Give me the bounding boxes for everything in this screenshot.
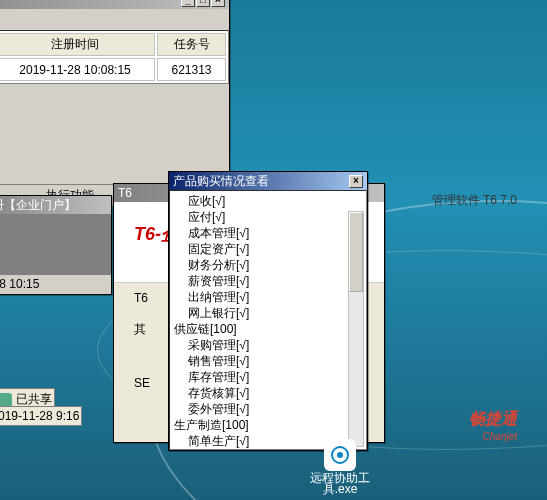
back-window-menubar[interactable]: 绍(Y) 帮助(H): [0, 9, 229, 30]
minimize-icon[interactable]: _: [181, 0, 195, 7]
back-window-titlebar[interactable]: _ □ ×: [0, 0, 229, 9]
col-regtime[interactable]: 注册时间: [0, 33, 155, 56]
scrollbar-thumb[interactable]: [349, 212, 363, 292]
col-taskno[interactable]: 任务号: [157, 33, 226, 56]
tree-item[interactable]: 销售管理[√]: [172, 353, 364, 369]
tree-scrollbar[interactable]: [348, 211, 364, 447]
tree-item[interactable]: 财务分析[√]: [172, 257, 364, 273]
cell-taskno: 621313: [157, 58, 226, 81]
table-row[interactable]: 异常 2019-11-28 10:08:15 621313: [0, 58, 226, 81]
tree-item[interactable]: 应收[√]: [172, 193, 364, 209]
tree-item[interactable]: 库存管理[√]: [172, 369, 364, 385]
cell-regtime: 2019-11-28 10:08:15: [0, 58, 155, 81]
register-status-time: 1-28 10:15: [0, 274, 111, 293]
maximize-icon[interactable]: □: [196, 0, 210, 7]
brand-sub: Chanjet: [483, 431, 517, 442]
tree-item[interactable]: 委外管理[√]: [172, 401, 364, 417]
tree-item[interactable]: 固定资产[√]: [172, 241, 364, 257]
status-table: 运行状态 注册时间 任务号 异常 2019-11-28 10:08:15 621…: [0, 30, 229, 84]
tree-item[interactable]: 薪资管理[√]: [172, 273, 364, 289]
product-title: 产品购买情况查看: [173, 173, 269, 190]
tree-item[interactable]: 生产制造[100]: [172, 417, 364, 433]
brand-name: 畅捷通: [469, 409, 517, 430]
tree-item[interactable]: 网上银行[√]: [172, 305, 364, 321]
close-icon[interactable]: ×: [349, 175, 363, 188]
tree-item[interactable]: 采购管理[√]: [172, 337, 364, 353]
register-title: 注册【企业门户】: [0, 197, 76, 214]
close-icon[interactable]: ×: [211, 0, 225, 7]
share-icon: [0, 393, 12, 407]
tree-item[interactable]: 存货核算[√]: [172, 385, 364, 401]
register-titlebar[interactable]: 注册【企业门户】: [0, 196, 111, 214]
product-tree[interactable]: 应收[√]应付[√]成本管理[√]固定资产[√]财务分析[√]薪资管理[√]出纳…: [169, 190, 367, 450]
tree-item[interactable]: 出纳管理[√]: [172, 289, 364, 305]
tree-item[interactable]: 供应链[100]: [172, 321, 364, 337]
teamviewer-icon: [324, 439, 356, 471]
task-remote-assist[interactable]: 远程协助工具.exe: [310, 439, 370, 495]
t6-title: T6: [118, 186, 132, 200]
product-label-right: 管理软件 T6 7.0: [432, 192, 517, 209]
tree-item[interactable]: 成本管理[√]: [172, 225, 364, 241]
notify-time: 019-11-28 9:16: [0, 409, 79, 423]
product-titlebar[interactable]: 产品购买情况查看 ×: [169, 172, 367, 190]
tree-item[interactable]: 应付[√]: [172, 209, 364, 225]
task-label: 远程协助工具.exe: [310, 473, 370, 495]
